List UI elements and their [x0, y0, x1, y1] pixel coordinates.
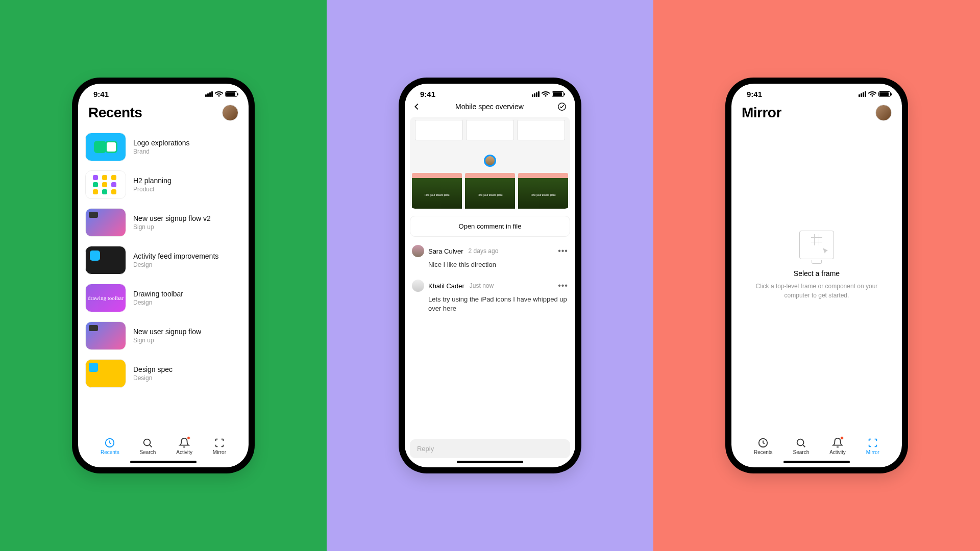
file-thumbnail: drawing toolbar [85, 284, 126, 312]
comment-time: 2 days ago [469, 247, 499, 255]
file-project: Product [133, 186, 172, 193]
file-thumbnail [85, 246, 126, 274]
svg-point-4 [797, 439, 804, 446]
list-item[interactable]: drawing toolbar Drawing toolbarDesign [85, 279, 241, 317]
commenter-name: Khalil Cader [428, 282, 464, 290]
list-item[interactable]: New user signup flowSign up [85, 317, 241, 355]
status-bar: 9:41 [731, 84, 902, 101]
status-icons [532, 91, 564, 97]
list-item[interactable]: H2 planningProduct [85, 166, 241, 204]
phone-frame: 9:41 Recents Logo explorationsBrand [72, 78, 255, 473]
file-title: Activity feed improvements [133, 252, 218, 260]
panel-recents: 9:41 Recents Logo explorationsBrand [0, 0, 327, 551]
tab-search[interactable]: Search [140, 437, 156, 455]
file-title: New user signup flow v2 [133, 214, 211, 222]
tab-recents[interactable]: Recents [754, 437, 773, 455]
file-title: H2 planning [133, 177, 172, 185]
home-indicator[interactable] [457, 461, 523, 463]
battery-icon [878, 91, 891, 97]
wifi-icon [215, 91, 223, 97]
comment-more-button[interactable]: ••• [558, 281, 568, 290]
resolve-button[interactable] [557, 102, 567, 112]
open-in-file-button[interactable]: Open comment in file [410, 216, 570, 237]
svg-point-1 [144, 439, 151, 446]
file-project: Design [133, 299, 183, 306]
panel-mirror: 9:41 Mirror [653, 0, 980, 551]
tab-activity[interactable]: Activity [176, 437, 192, 455]
tab-recents[interactable]: Recents [101, 437, 119, 455]
file-project: Sign up [133, 223, 211, 231]
empty-title: Select a frame [794, 269, 840, 278]
comment: Sara Culver 2 days ago ••• Nice I like t… [405, 240, 575, 274]
status-time: 9:41 [747, 90, 762, 98]
comment-body: Lets try using the iPad icons I have whi… [428, 295, 568, 313]
tab-mirror[interactable]: Mirror [213, 437, 226, 455]
empty-description: Click a top-level frame or component on … [747, 282, 887, 300]
file-project: Sign up [133, 337, 201, 344]
file-thumbnail [85, 133, 126, 161]
file-title: Logo explorations [133, 139, 190, 147]
search-icon [142, 437, 153, 448]
commenter-avatar[interactable] [412, 245, 424, 257]
list-item[interactable]: Design specDesign [85, 355, 241, 392]
status-icons [859, 91, 891, 97]
home-indicator[interactable] [130, 461, 197, 463]
page-title: Recents [88, 105, 142, 121]
list-item[interactable]: New user signup flow v2Sign up [85, 204, 241, 241]
comment: Khalil Cader Just now ••• Lets try using… [405, 274, 575, 318]
file-project: Brand [133, 148, 190, 155]
activity-badge [840, 436, 844, 440]
list-item[interactable]: Activity feed improvementsDesign [85, 241, 241, 279]
file-thumbnail [85, 359, 126, 388]
status-time: 9:41 [420, 90, 435, 98]
tab-activity[interactable]: Activity [829, 437, 846, 455]
wifi-icon [868, 91, 876, 97]
cellular-icon [859, 91, 866, 97]
battery-icon [225, 91, 237, 97]
panel-comment: 9:41 Mobile spec overview [327, 0, 653, 551]
mirror-icon [214, 437, 225, 448]
mirror-icon [867, 437, 878, 448]
wifi-icon [542, 91, 550, 97]
comment-pin-avatar[interactable] [484, 155, 496, 167]
back-button[interactable] [412, 102, 422, 112]
mirror-empty-state: Select a frame Click a top-level frame o… [731, 128, 902, 433]
file-thumbnail [85, 321, 126, 350]
file-project: Design [133, 374, 173, 382]
home-indicator[interactable] [783, 461, 850, 463]
cellular-icon [205, 91, 213, 97]
canvas-preview[interactable] [410, 117, 570, 209]
recents-list[interactable]: Logo explorationsBrand H2 planningProduc… [78, 128, 249, 433]
tab-search[interactable]: Search [793, 437, 810, 455]
user-avatar[interactable] [222, 105, 238, 121]
cellular-icon [532, 91, 540, 97]
nav-title: Mobile spec overview [455, 103, 524, 111]
status-bar: 9:41 [405, 84, 575, 101]
chevron-left-icon [412, 102, 422, 111]
battery-icon [552, 91, 564, 97]
phone-frame: 9:41 Mirror [725, 78, 908, 473]
commenter-name: Sara Culver [428, 247, 463, 255]
file-title: Drawing toolbar [133, 290, 183, 298]
check-circle-icon [557, 102, 567, 111]
status-time: 9:41 [93, 90, 109, 98]
page-title: Mirror [742, 105, 781, 121]
user-avatar[interactable] [875, 105, 892, 121]
file-thumbnail [85, 170, 126, 199]
nav-bar: Mobile spec overview [405, 101, 575, 117]
list-item[interactable]: Logo explorationsBrand [85, 128, 241, 166]
comment-body: Nice I like this direction [428, 260, 568, 269]
commenter-avatar[interactable] [412, 280, 424, 292]
cursor-icon [822, 247, 829, 255]
tab-mirror[interactable]: Mirror [866, 437, 879, 455]
file-project: Design [133, 261, 218, 268]
reply-input[interactable]: Reply [410, 439, 570, 458]
file-title: New user signup flow [133, 328, 201, 336]
monitor-icon [799, 231, 834, 259]
status-bar: 9:41 [78, 84, 249, 101]
status-icons [205, 91, 237, 97]
comment-more-button[interactable]: ••• [558, 246, 568, 256]
phone-frame: 9:41 Mobile spec overview [399, 78, 581, 473]
activity-badge [187, 436, 190, 440]
search-icon [795, 437, 806, 448]
